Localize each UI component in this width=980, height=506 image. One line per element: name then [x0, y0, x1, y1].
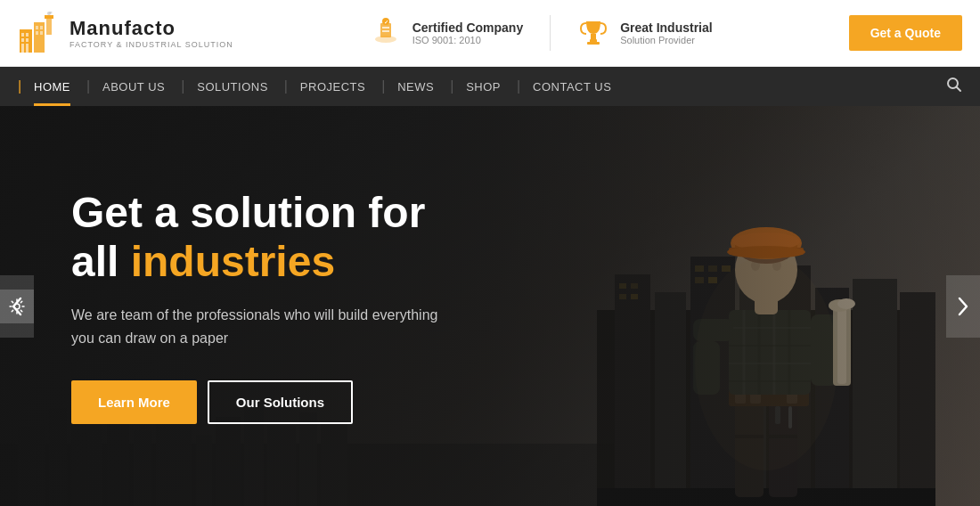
header: Manufacto Factory & Industrial Solution … [0, 0, 980, 67]
svg-line-26 [957, 87, 961, 92]
logo-name: Manufacto [69, 17, 233, 40]
hero-title: Get a solution for all industries [71, 188, 463, 286]
logo-area: Manufacto Factory & Industrial Solution [18, 12, 233, 54]
svg-rect-18 [382, 27, 389, 29]
nav-projects[interactable]: PROJECTS [284, 67, 381, 106]
nav-about[interactable]: ABOUT US [86, 67, 181, 106]
search-icon[interactable] [946, 77, 962, 96]
nav-solutions[interactable]: SOLUTIONS [181, 67, 284, 106]
svg-rect-10 [36, 31, 38, 35]
certified-icon: ✓ [370, 14, 402, 53]
svg-rect-4 [26, 38, 29, 42]
hero-title-line2-plain: all [71, 238, 131, 285]
hero-section: Get a solution for all industries We are… [0, 106, 980, 506]
hero-content: Get a solution for all industries We are… [0, 106, 980, 506]
svg-rect-9 [40, 26, 43, 29]
badge-industrial-text: Great Industrial Solution Provider [620, 20, 712, 45]
svg-rect-12 [46, 17, 52, 35]
slider-next-button[interactable] [946, 275, 980, 338]
svg-rect-13 [45, 15, 53, 19]
main-nav: HOME ABOUT US SOLUTIONS PROJECTS NEWS SH… [0, 67, 980, 106]
svg-rect-7 [34, 22, 45, 53]
svg-rect-1 [21, 33, 24, 37]
logo-sub: Factory & Industrial Solution [69, 40, 233, 49]
trophy-icon [577, 14, 609, 53]
hero-buttons: Learn More Our Solutions [71, 380, 463, 424]
hero-text-block: Get a solution for all industries We are… [71, 188, 463, 425]
header-badges: ✓ Certified Company ISO 9001: 2010 [233, 14, 849, 53]
get-quote-button[interactable]: Get a Quote [849, 15, 962, 51]
badge-industrial-title: Great Industrial [620, 20, 712, 35]
badge-certified-text: Certified Company ISO 9001: 2010 [412, 20, 523, 45]
nav-news[interactable]: NEWS [381, 67, 450, 106]
svg-point-96 [14, 304, 20, 309]
header-divider [550, 15, 551, 51]
hero-title-line1: Get a solution for [71, 189, 425, 236]
badge-certified-sub: ISO 9001: 2010 [412, 35, 523, 45]
svg-rect-3 [21, 38, 24, 42]
hero-title-highlight: industries [131, 238, 335, 285]
logo-text: Manufacto Factory & Industrial Solution [69, 17, 233, 49]
svg-text:✓: ✓ [383, 20, 388, 25]
svg-rect-2 [26, 33, 29, 37]
svg-rect-24 [591, 34, 596, 39]
logo-icon [18, 12, 61, 54]
settings-widget[interactable] [0, 290, 34, 323]
svg-rect-11 [40, 31, 43, 35]
svg-rect-6 [26, 44, 29, 53]
learn-more-button[interactable]: Learn More [71, 380, 197, 424]
badge-industrial: Great Industrial Solution Provider [577, 14, 712, 53]
gear-icon [8, 298, 26, 315]
badge-certified: ✓ Certified Company ISO 9001: 2010 [370, 14, 523, 53]
chevron-right-icon [958, 297, 968, 316]
nav-home[interactable]: HOME [18, 67, 86, 106]
hero-subtitle: We are team of the professionals who wil… [71, 304, 463, 349]
nav-items: HOME ABOUT US SOLUTIONS PROJECTS NEWS SH… [18, 67, 946, 106]
our-solutions-button[interactable]: Our Solutions [208, 380, 353, 424]
svg-rect-23 [587, 42, 600, 45]
svg-rect-5 [21, 44, 24, 53]
nav-contact[interactable]: CONTACT US [517, 67, 627, 106]
nav-shop[interactable]: SHOP [450, 67, 517, 106]
badge-industrial-sub: Solution Provider [620, 35, 712, 45]
badge-certified-title: Certified Company [412, 20, 523, 35]
svg-rect-8 [36, 26, 38, 29]
svg-rect-19 [382, 30, 389, 32]
